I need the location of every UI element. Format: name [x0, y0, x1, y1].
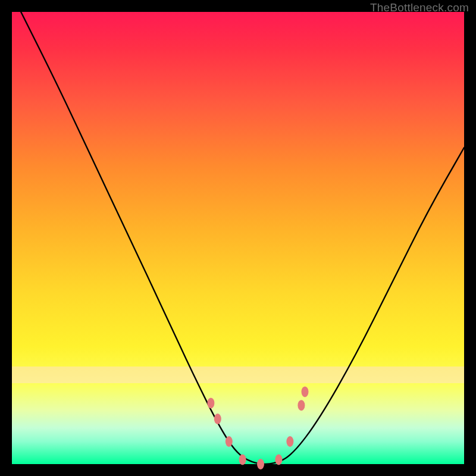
curve-marker [298, 400, 305, 411]
curve-marker [226, 436, 233, 447]
plot-area [12, 12, 464, 464]
bottleneck-curve-path [21, 12, 464, 464]
curve-marker [214, 414, 221, 424]
curve-svg [12, 12, 464, 464]
curve-marker [286, 436, 293, 447]
curve-marker [275, 454, 282, 465]
marker-group [207, 386, 308, 469]
chart-frame: TheBottleneck.com [0, 0, 476, 476]
curve-marker [257, 459, 264, 469]
curve-marker [207, 397, 214, 408]
curve-marker [239, 454, 246, 465]
curve-marker [301, 386, 308, 397]
